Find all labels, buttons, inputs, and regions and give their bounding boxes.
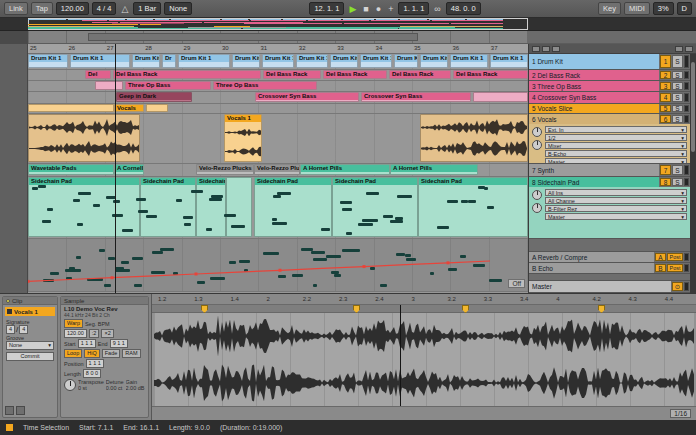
clip-drum-kit[interactable]: Drum Kit 1 bbox=[330, 54, 358, 68]
clip-drum-kit[interactable]: Drum Kit 1 bbox=[450, 54, 488, 68]
envelope-view-toggle-icon[interactable] bbox=[16, 406, 25, 415]
solo-button[interactable]: S bbox=[672, 82, 683, 90]
link-button[interactable]: Link bbox=[4, 2, 28, 15]
clip-sidechain-pad[interactable]: Sidechain Pad bbox=[332, 177, 418, 237]
clip-drum-kit[interactable]: Drum Kit bbox=[420, 54, 448, 68]
half-tempo-button[interactable]: :2 bbox=[89, 329, 100, 338]
solo-button[interactable]: S bbox=[672, 55, 683, 68]
clip-synth-pads[interactable]: A Hornet Pills bbox=[390, 164, 478, 175]
seg-bpm-value[interactable]: 120.00 bbox=[64, 329, 87, 338]
record-button[interactable]: ● bbox=[374, 1, 383, 17]
sample-beat-ruler[interactable]: 1.21.31.422.22.32.433.23.33.444.24.34.4 bbox=[152, 294, 696, 305]
detune-value[interactable]: 0.00 ct bbox=[106, 385, 124, 391]
track-activator[interactable]: A bbox=[655, 253, 666, 261]
clip-sidechain-pad[interactable] bbox=[226, 177, 252, 237]
clip-drum-kit[interactable]: Drum K bbox=[394, 54, 418, 68]
midi-note[interactable] bbox=[38, 185, 46, 188]
midi-note[interactable] bbox=[358, 223, 373, 226]
arrangement-overview[interactable] bbox=[0, 18, 696, 31]
length-value[interactable]: 8 0 0 bbox=[83, 369, 101, 378]
commit-button[interactable]: Commit bbox=[6, 352, 54, 361]
clip-del-bass-rack[interactable]: Del Bass Rack bbox=[389, 70, 451, 79]
clip-sidechain-pad[interactable]: Sidechain Pad bbox=[418, 177, 528, 237]
track-activator[interactable]: 7 bbox=[660, 165, 671, 175]
midi-note[interactable] bbox=[395, 217, 403, 220]
signature-denominator[interactable]: 4 bbox=[19, 325, 28, 334]
midi-note[interactable] bbox=[487, 206, 494, 209]
midi-note[interactable] bbox=[77, 223, 83, 226]
track-title-⊙[interactable]: Master bbox=[529, 281, 671, 292]
solo-button[interactable]: S bbox=[672, 178, 683, 186]
clip-vocals-slice[interactable] bbox=[146, 104, 168, 112]
pan-knob[interactable] bbox=[532, 190, 542, 200]
metronome-icon[interactable]: △ bbox=[119, 1, 130, 17]
expand-tracks-icon[interactable] bbox=[675, 46, 683, 52]
hiq-button[interactable]: HiQ bbox=[84, 349, 99, 358]
solo-button[interactable]: S bbox=[672, 105, 683, 112]
clip-drum-kit[interactable]: Drum Kit 1 bbox=[232, 54, 260, 68]
midi-note[interactable] bbox=[138, 210, 148, 213]
midi-note[interactable] bbox=[437, 226, 449, 229]
transpose-knob[interactable] bbox=[64, 379, 76, 391]
groove-amount-menu[interactable]: None bbox=[164, 2, 192, 15]
warp-button[interactable]: Warp bbox=[64, 319, 83, 328]
clip-drum-kit[interactable]: Drum Kit 1 bbox=[490, 54, 528, 68]
midi-note[interactable] bbox=[184, 223, 191, 226]
send-knob[interactable] bbox=[532, 140, 542, 150]
routing-select[interactable]: Ext. In▾ bbox=[545, 126, 687, 133]
loop-switch[interactable]: ∞ bbox=[432, 1, 442, 17]
clip-del-bass-rack[interactable]: Del Bass Rack bbox=[113, 70, 261, 79]
clip-del-bass-rack[interactable]: Del Bass Rack bbox=[263, 70, 321, 79]
midi-note[interactable] bbox=[366, 192, 379, 195]
double-tempo-button[interactable]: ×2 bbox=[101, 329, 113, 338]
track-title-2[interactable]: 2 Del Bass Rack bbox=[529, 70, 659, 80]
loop-length-display[interactable]: 48. 0. 0 bbox=[446, 2, 481, 15]
track-activator[interactable]: ⊙ bbox=[672, 282, 683, 291]
loop-brace[interactable] bbox=[88, 33, 418, 41]
clip-three-op-bass[interactable]: Three Op Bass bbox=[213, 81, 317, 90]
arrangement-position-display[interactable]: 12. 1. 1 bbox=[309, 2, 344, 15]
midi-note[interactable] bbox=[342, 208, 352, 211]
transpose-value[interactable]: 0 st bbox=[78, 385, 104, 391]
midi-note[interactable] bbox=[468, 200, 476, 203]
routing-select[interactable]: B-Echo▾ bbox=[545, 150, 687, 157]
routing-select[interactable]: Master▾ bbox=[545, 213, 687, 220]
midi-note[interactable] bbox=[93, 204, 100, 207]
routing-select[interactable]: B-Filter Rez▾ bbox=[545, 205, 687, 212]
mixer-section-toggle-icon[interactable] bbox=[552, 46, 560, 52]
clip-vocals-slice[interactable]: Vocals bbox=[114, 104, 144, 112]
vertical-scrollbar[interactable] bbox=[690, 54, 696, 293]
midi-note[interactable] bbox=[478, 186, 485, 189]
clip-three-op-bass[interactable]: Three Op Bass bbox=[125, 81, 211, 90]
track-activator[interactable]: 1 bbox=[660, 55, 671, 68]
midi-note[interactable] bbox=[73, 199, 80, 202]
track-activator[interactable]: B bbox=[655, 264, 666, 272]
midi-note[interactable] bbox=[211, 195, 223, 198]
overdub-button[interactable]: + bbox=[386, 1, 395, 17]
clip-synth-pads[interactable]: Velo-Rezzo Plucks bbox=[196, 164, 254, 175]
clip-activator-icon[interactable] bbox=[7, 309, 12, 314]
clip-synth-pads[interactable]: A Hornet Pills bbox=[300, 164, 390, 175]
scrub-area[interactable] bbox=[28, 31, 528, 44]
solo-button[interactable]: S bbox=[672, 71, 683, 79]
midi-note[interactable] bbox=[362, 219, 378, 222]
clip-vocals[interactable] bbox=[28, 114, 140, 162]
track-title-1[interactable]: 1 Drum Kit bbox=[529, 54, 659, 69]
tempo-display[interactable]: 120.00 bbox=[56, 2, 89, 15]
clip-drum-kit[interactable]: Drum Kit 1 bbox=[296, 54, 328, 68]
midi-note[interactable] bbox=[183, 216, 193, 219]
signature-numerator[interactable]: 4 bbox=[6, 325, 15, 334]
clip-view-toggle-icon[interactable] bbox=[5, 406, 14, 415]
pan-knob[interactable] bbox=[532, 127, 542, 137]
track-title-6[interactable]: 6 Vocals bbox=[529, 114, 659, 124]
track-title-5[interactable]: 5 Vocals Slice bbox=[529, 104, 659, 113]
midi-note[interactable] bbox=[272, 222, 287, 225]
clip-del-bass-rack[interactable]: Del bbox=[85, 70, 111, 79]
track-activator[interactable]: 6 bbox=[660, 115, 671, 123]
midi-note[interactable] bbox=[461, 200, 468, 203]
midi-note[interactable] bbox=[272, 218, 277, 221]
midi-note[interactable] bbox=[209, 198, 222, 201]
clip-synth-pads[interactable]: Wavetable Pads bbox=[28, 164, 114, 175]
loop-button[interactable]: Loop bbox=[64, 349, 82, 358]
clip-drum-kit[interactable]: Drum Kit 1 bbox=[28, 54, 68, 68]
